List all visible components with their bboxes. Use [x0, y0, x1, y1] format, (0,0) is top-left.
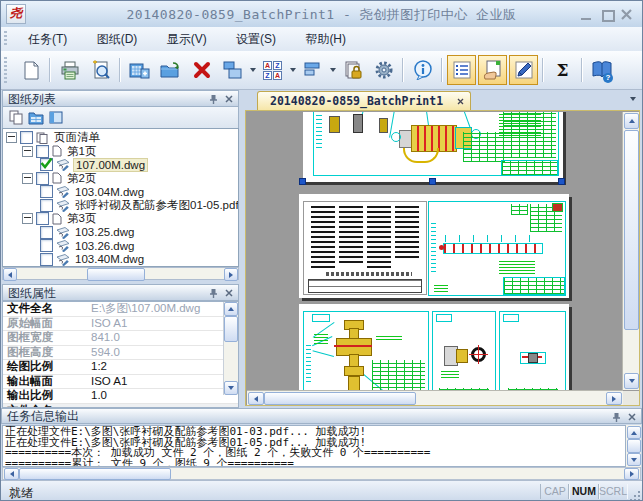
- sort-dropdown[interactable]: [288, 56, 297, 84]
- menubar-grip[interactable]: [4, 31, 7, 47]
- align-dropdown[interactable]: [328, 56, 337, 84]
- folder-view-button[interactable]: [26, 109, 46, 127]
- checkbox[interactable]: [40, 239, 53, 252]
- checkbox[interactable]: [40, 253, 53, 266]
- scroll-thumb[interactable]: [19, 468, 171, 480]
- checkbox[interactable]: [20, 131, 33, 144]
- expander-icon[interactable]: [22, 213, 33, 224]
- log-vertical-scrollbar[interactable]: [626, 425, 641, 467]
- property-value[interactable]: 1.0: [91, 389, 107, 403]
- selection-handle[interactable]: [429, 178, 436, 185]
- tree-item-file[interactable]: 张呼衬砌及配筋参考图01-05.pdf: [3, 199, 238, 213]
- expander-icon[interactable]: [22, 146, 33, 157]
- tab-batchprint[interactable]: 20140820-0859_BatchPrint1: [257, 91, 471, 110]
- pin-button[interactable]: [206, 92, 221, 106]
- info-button[interactable]: [408, 55, 437, 85]
- menu-drawing[interactable]: 图纸(D): [84, 27, 151, 51]
- gear-icon: [374, 60, 394, 80]
- pin-button[interactable]: [206, 286, 221, 300]
- scroll-down-button[interactable]: [224, 381, 238, 395]
- scroll-thumb[interactable]: [627, 439, 641, 453]
- pin-button[interactable]: [609, 410, 624, 424]
- scroll-up-button[interactable]: [224, 302, 238, 316]
- checkbox[interactable]: [40, 226, 53, 239]
- tab-list-dropdown[interactable]: [630, 97, 636, 101]
- selection-handle[interactable]: [299, 178, 306, 185]
- property-value[interactable]: 1:2: [91, 360, 107, 374]
- toggle-properties-button[interactable]: [478, 55, 507, 85]
- menu-help[interactable]: 帮助(H): [292, 27, 359, 51]
- summary-button[interactable]: Σ: [548, 55, 577, 85]
- preview-page-2[interactable]: [299, 194, 569, 298]
- tree-item-page3[interactable]: 第3页: [3, 212, 238, 226]
- scroll-right-button[interactable]: [606, 392, 622, 405]
- scroll-left-button[interactable]: [4, 468, 19, 480]
- checkbox-checked[interactable]: [40, 158, 53, 171]
- selection-handle[interactable]: [558, 178, 565, 185]
- preview-page-1[interactable]: [303, 112, 563, 182]
- tree-item-file[interactable]: 103.25.dwg: [3, 226, 238, 240]
- delete-button[interactable]: [187, 55, 216, 85]
- resize-grip[interactable]: [628, 489, 640, 501]
- tree-item-root[interactable]: 页面清单: [3, 131, 238, 145]
- settings-button[interactable]: [369, 55, 398, 85]
- preview-page-3[interactable]: [299, 304, 569, 390]
- menu-view[interactable]: 显示(V): [154, 27, 220, 51]
- checkbox[interactable]: [36, 172, 49, 185]
- checkbox[interactable]: [36, 212, 49, 225]
- tree-item-file[interactable]: 107.00M.dwg: [3, 158, 238, 172]
- sort-button[interactable]: AZ ZA: [258, 55, 287, 85]
- add-folder-button[interactable]: [156, 55, 185, 85]
- lock-pages-button[interactable]: [338, 55, 367, 85]
- help-button[interactable]: ?: [587, 55, 616, 85]
- close-panel-button[interactable]: [624, 410, 639, 424]
- scroll-left-button[interactable]: [248, 392, 264, 405]
- layout-tile-button[interactable]: [218, 55, 247, 85]
- menu-task[interactable]: 任务(T): [15, 27, 80, 51]
- scroll-right-button[interactable]: [624, 468, 639, 480]
- tree-item-page1[interactable]: 第1页: [3, 145, 238, 159]
- tab-close-button[interactable]: [457, 94, 464, 108]
- add-drawing-button[interactable]: [125, 55, 154, 85]
- expander-icon[interactable]: [22, 173, 33, 184]
- toggle-log-button[interactable]: [509, 55, 538, 85]
- checkbox[interactable]: [40, 199, 53, 212]
- toggle-list-view-button[interactable]: [447, 55, 476, 85]
- maximize-button[interactable]: [599, 9, 615, 21]
- panel-view-button[interactable]: [46, 109, 66, 127]
- scroll-thumb[interactable]: [224, 316, 238, 342]
- checkbox[interactable]: [40, 185, 53, 198]
- scroll-thumb[interactable]: [624, 130, 639, 330]
- minimize-button[interactable]: [578, 9, 594, 21]
- close-button[interactable]: [619, 9, 635, 21]
- tree-item-page2[interactable]: 第2页: [3, 172, 238, 186]
- align-button[interactable]: [298, 55, 327, 85]
- scroll-down-button[interactable]: [627, 453, 641, 466]
- new-task-button[interactable]: [16, 55, 45, 85]
- scroll-up-button[interactable]: [627, 426, 641, 439]
- preview-viewport[interactable]: [247, 112, 622, 390]
- page-view-button[interactable]: [6, 109, 26, 127]
- layout-dropdown[interactable]: [248, 56, 257, 84]
- scroll-down-button[interactable]: [624, 373, 639, 389]
- tree-item-file[interactable]: 103.26.dwg: [3, 239, 238, 253]
- close-panel-button[interactable]: [221, 286, 236, 300]
- close-panel-button[interactable]: [221, 92, 236, 106]
- property-value[interactable]: ISO A1: [91, 375, 127, 389]
- preview-vertical-scrollbar[interactable]: [622, 112, 639, 390]
- log-horizontal-scrollbar[interactable]: [2, 467, 641, 480]
- toolbar-grip[interactable]: [4, 57, 7, 83]
- tree-item-file[interactable]: 103.04M.dwg: [3, 185, 238, 199]
- preview-horizontal-scrollbar[interactable]: [247, 390, 623, 405]
- scroll-up-button[interactable]: [624, 113, 639, 129]
- scroll-thumb[interactable]: [264, 392, 416, 405]
- property-value[interactable]: E:\多图\107.00M.dwg: [91, 302, 200, 316]
- expander-icon[interactable]: [6, 132, 17, 143]
- menu-settings[interactable]: 设置(S): [223, 27, 289, 51]
- tree-horizontal-scrollbar[interactable]: [2, 267, 239, 280]
- print-button[interactable]: [55, 55, 84, 85]
- print-preview-button[interactable]: [86, 55, 115, 85]
- properties-scrollbar[interactable]: [223, 302, 238, 395]
- checkbox[interactable]: [36, 145, 49, 158]
- tree-item-file[interactable]: 103.40M.dwg: [3, 253, 238, 267]
